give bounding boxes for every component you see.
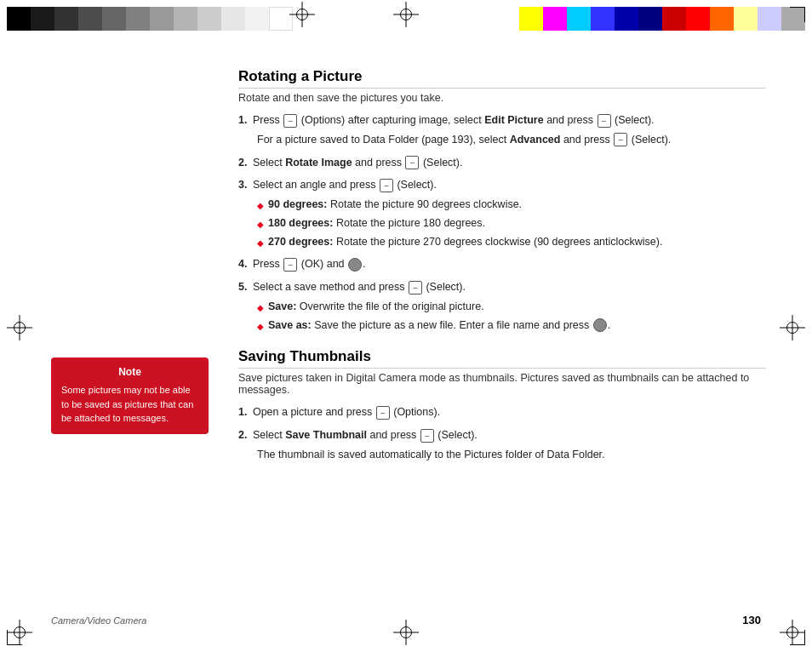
footer-left: Camera/Video Camera [51,615,146,626]
bullet-save: ◆ Save: Overwrite the file of the origin… [257,299,766,315]
step1-indent: For a picture saved to Data Folder (page… [257,132,766,148]
bullet-270: ◆ 270 degrees: Rotate the picture 270 de… [257,234,766,250]
bullet-180-text: 180 degrees: Rotate the picture 180 degr… [268,215,485,232]
s2-step1-btn: – [376,406,390,420]
step2: 2. Select Rotate Image and press – (Sele… [238,155,766,171]
step1-btn3: – [614,133,627,146]
diamond-icon: ◆ [257,301,264,314]
step4: 4. Press – (OK) and . [238,256,766,272]
reg-mark-mid-right [780,315,805,340]
step4-btn2 [348,258,362,272]
step3: 3. Select an angle and press – (Select).… [238,177,766,249]
reg-mark-top-center [393,2,419,27]
corner-br [790,630,805,645]
step1: 1. Press – (Options) after capturing ima… [238,112,766,148]
step3-btn: – [380,179,393,192]
note-text: Some pictures may not be able to be save… [61,383,198,426]
section2-title: Saving Thumbnails [238,348,766,369]
bullet-90-text: 90 degrees: Rotate the picture 90 degree… [268,197,522,213]
step2-num: 2. [238,157,247,169]
s2-step1: 1. Open a picture and press – (Options). [238,404,766,420]
corner-bl [7,630,22,645]
bullet-saveas: ◆ Save as: Save the picture as a new fil… [257,317,766,334]
bullet-90: ◆ 90 degrees: Rotate the picture 90 degr… [257,197,766,213]
step1-btn1: – [283,114,297,128]
s2-step2-num: 2. [238,429,247,441]
bullet-270-text: 270 degrees: Rotate the picture 270 degr… [268,234,662,250]
s2-step1-num: 1. [238,406,247,418]
diamond-icon: ◆ [257,199,264,212]
s2-step2-btn: – [420,429,434,443]
color-bar-left [7,7,293,31]
section2-subtitle: Save pictures taken in Digital Camera mo… [238,372,766,396]
step5-num: 5. [238,281,247,293]
reg-mark-top-left [289,2,315,27]
step1-btn2: – [598,114,611,128]
section2-steps: 1. Open a picture and press – (Options).… [238,404,766,462]
section-rotating: Rotating a Picture Rotate and then save … [238,68,766,333]
section1-steps: 1. Press – (Options) after capturing ima… [238,112,766,333]
step3-num: 3. [238,179,247,191]
bullet-save-text: Save: Overwrite the file of the original… [268,299,484,315]
color-bar-right [519,7,805,31]
diamond-icon: ◆ [257,237,264,249]
corner-tr [790,7,805,22]
corner-tl [7,7,22,22]
step4-btn1: – [283,258,297,272]
s2-step2-indent: The thumbnail is saved automatically to … [257,447,766,463]
bullet-saveas-text: Save as: Save the picture as a new file.… [268,317,610,334]
section1-subtitle: Rotate and then save the pictures you ta… [238,92,766,104]
bullet-180: ◆ 180 degrees: Rotate the picture 180 de… [257,215,766,232]
diamond-icon: ◆ [257,218,264,231]
step5-bullets: ◆ Save: Overwrite the file of the origin… [257,299,766,334]
step5: 5. Select a save method and press – (Sel… [238,279,766,333]
step3-bullets: ◆ 90 degrees: Rotate the picture 90 degr… [257,197,766,249]
footer-right: 130 [742,614,761,626]
note-box: Note Some pictures may not be able to be… [51,357,209,434]
step4-num: 4. [238,258,247,270]
step1-num: 1. [238,114,247,126]
main-content: Rotating a Picture Rotate and then save … [238,68,766,475]
note-title: Note [61,366,198,378]
reg-mark-mid-left [7,315,32,340]
footer: Camera/Video Camera 130 [51,614,761,626]
s2-step2: 2. Select Save Thumbnail and press – (Se… [238,427,766,463]
section1-title: Rotating a Picture [238,68,766,89]
step5-btn: – [409,281,422,295]
diamond-icon: ◆ [257,320,264,333]
section-thumbnails: Saving Thumbnails Save pictures taken in… [238,348,766,462]
saveas-circle-btn [593,318,607,332]
step2-btn: – [405,156,419,169]
